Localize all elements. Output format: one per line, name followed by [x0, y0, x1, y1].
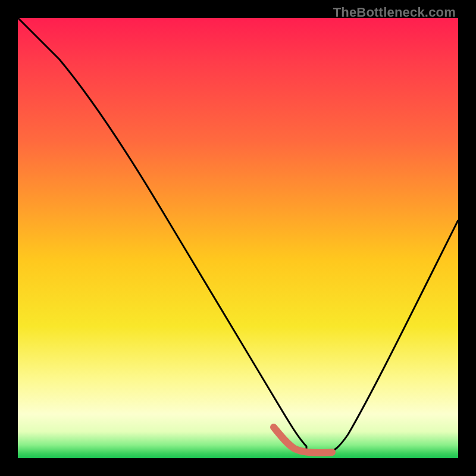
- optimal-range-highlight: [274, 427, 332, 453]
- watermark-text: TheBottleneck.com: [333, 5, 456, 20]
- bottleneck-curve: [18, 18, 458, 452]
- chart-svg: [18, 18, 458, 458]
- chart-container: TheBottleneck.com: [0, 0, 476, 476]
